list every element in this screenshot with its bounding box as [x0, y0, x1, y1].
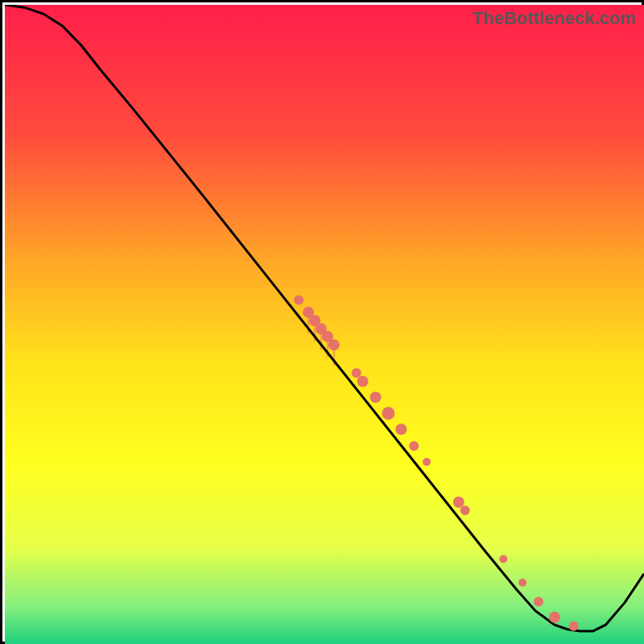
chart-marker	[423, 458, 431, 466]
chart-marker	[569, 621, 579, 631]
chart-marker	[460, 506, 470, 515]
chart-frame: TheBottleneck.com	[0, 0, 644, 644]
chart-marker	[294, 295, 303, 305]
chart-marker	[499, 555, 507, 563]
chart-marker	[352, 368, 361, 378]
chart-marker	[518, 579, 526, 587]
chart-marker	[549, 612, 560, 623]
chart-marker	[357, 376, 369, 387]
chart-marker	[328, 339, 340, 350]
chart-marker	[370, 392, 382, 403]
chart-marker	[453, 497, 464, 508]
chart-plot-area: TheBottleneck.com	[5, 5, 644, 644]
chart-marker	[382, 407, 394, 419]
chart-marker	[409, 441, 419, 451]
chart-marker	[395, 423, 407, 435]
watermark-text: TheBottleneck.com	[473, 8, 636, 29]
chart-svg	[5, 5, 644, 644]
chart-marker	[534, 597, 543, 607]
